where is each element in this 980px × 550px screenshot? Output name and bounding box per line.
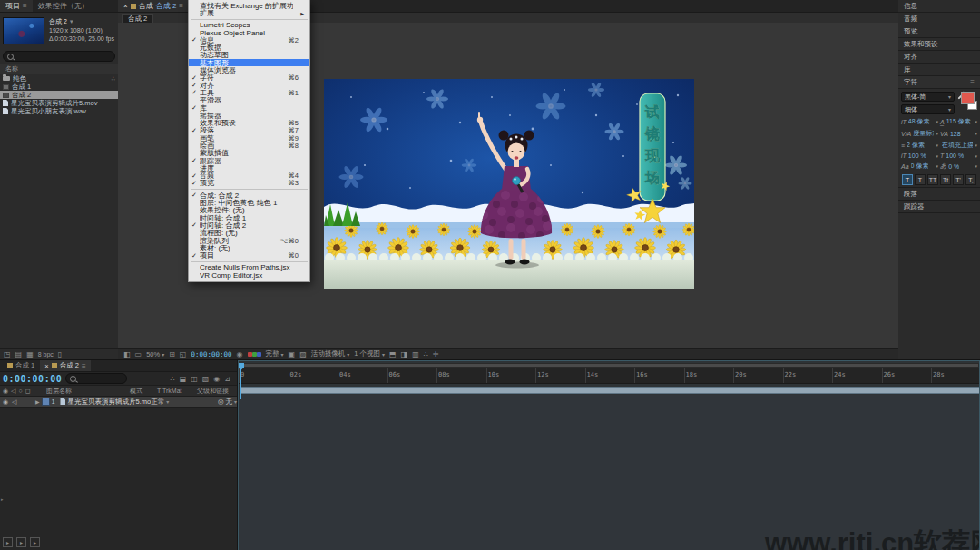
lock-icon[interactable]: ◻ <box>25 388 31 395</box>
solo-icon[interactable]: ○ <box>19 388 23 395</box>
pixel-aspect-icon[interactable]: ⬒ <box>389 350 397 358</box>
comp-thumbnail[interactable] <box>3 17 44 44</box>
tab-paragraph[interactable]: 段落 <box>898 188 980 201</box>
chevron-down-icon[interactable]: ▾ <box>975 153 977 159</box>
panel-tab[interactable]: 音频 <box>898 13 980 25</box>
character-control[interactable]: iT 48 像素 ▾ <box>901 117 938 126</box>
time-ruler[interactable]: 002s04s06s08s10s12s14s16s18s20s22s24s26s… <box>239 368 979 384</box>
camera-dropdown[interactable]: 活动摄像机▾ <box>311 349 350 358</box>
chevron-down-icon[interactable]: ▾ <box>975 119 977 124</box>
panel-tab[interactable]: 效果和预设 <box>898 38 980 51</box>
style-toggle-button[interactable]: T' <box>953 174 964 185</box>
frame-blending-icon[interactable]: ▧ <box>202 375 210 383</box>
timeline-empty-area[interactable]: www.rjtj.cn软荐网 <box>239 395 979 550</box>
panel-menu-icon[interactable]: ≡ <box>970 78 975 86</box>
layer-mode-select[interactable]: 正常▾ <box>151 398 181 407</box>
expand-inout-icon[interactable]: ▸ <box>30 537 40 547</box>
panel-menu-icon[interactable]: ≡ <box>23 2 27 10</box>
layer-duration-bar[interactable] <box>240 387 980 394</box>
menu-item[interactable]: 扩展 <box>189 9 309 16</box>
character-control[interactable]: VA 128 ▾ <box>940 129 977 138</box>
panel-tab[interactable]: 信息 <box>898 0 980 13</box>
snapshot-camera-icon[interactable]: ◉ <box>237 350 243 358</box>
font-family-select[interactable]: 黑体-简▾ <box>901 92 955 102</box>
mini-flowchart-icon[interactable]: ∴ <box>171 375 175 383</box>
tab-composition[interactable]: × 合成 合成 2 ≡ <box>118 0 189 12</box>
character-control[interactable]: Aa 0 像素 ▾ <box>901 162 938 171</box>
close-icon[interactable]: × <box>123 2 128 10</box>
pickwhip-icon[interactable]: ◎ <box>218 398 224 406</box>
expand-transfer-controls-icon[interactable]: ▸ <box>16 537 26 547</box>
comp-tab-name[interactable]: 合成 2 <box>156 1 177 11</box>
panel-tab[interactable]: 对齐 <box>898 51 980 64</box>
shy-layers-icon[interactable]: ◫ <box>191 375 198 383</box>
character-control[interactable]: 在填充上描边 ▾ <box>940 141 977 150</box>
column-parent[interactable]: 父级和链接 <box>197 387 237 396</box>
fill-color-swatch[interactable] <box>961 92 975 104</box>
new-folder-icon[interactable]: ▤ <box>15 350 23 358</box>
project-item[interactable]: 星光宝贝小朋友表演.wav <box>0 107 118 115</box>
bit-depth-label[interactable]: 8 bpc <box>38 351 54 358</box>
timeline-search-input[interactable] <box>79 376 122 382</box>
style-toggle-button[interactable]: TT <box>927 174 938 185</box>
channel-icons[interactable] <box>248 350 261 358</box>
chevron-down-icon[interactable]: ▾ <box>975 163 977 169</box>
resolution-dropdown[interactable]: 完整▾ <box>266 349 284 358</box>
panel-menu-icon[interactable]: ≡ <box>179 2 183 10</box>
character-control[interactable]: ≡ 2 像素 ▾ <box>901 141 938 150</box>
column-trkmat[interactable]: T TrkMat <box>157 388 197 394</box>
zoom-dropdown[interactable]: 50%▾ <box>146 350 164 358</box>
fast-previews-icon[interactable]: ◨ <box>401 350 408 358</box>
view-layout-dropdown[interactable]: 1 个视图▾ <box>354 349 385 358</box>
new-comp-icon[interactable]: ▦ <box>26 350 34 358</box>
panel-menu-icon[interactable]: ≡ <box>82 362 86 370</box>
chevron-down-icon[interactable]: ▾ <box>975 142 977 148</box>
project-search-input[interactable] <box>16 54 111 60</box>
style-toggle-button[interactable]: T, <box>965 174 976 185</box>
interpret-footage-icon[interactable]: ◳ <box>4 350 11 358</box>
layer-color-chip[interactable] <box>42 398 50 406</box>
flowchart-button-icon[interactable]: ∴ <box>424 350 428 358</box>
current-time-display[interactable]: 0:00:00:00 <box>3 374 62 384</box>
tab-effect-controls[interactable]: 效果控件（无） <box>33 0 94 12</box>
composition-canvas[interactable]: 试 镜 现 场 <box>324 79 694 289</box>
region-of-interest-icon[interactable]: ▣ <box>289 350 296 358</box>
project-columns-header[interactable]: 名称 <box>0 64 118 74</box>
audio-icon[interactable]: ◁ <box>12 398 16 406</box>
character-control[interactable]: あ 0 % ▾ <box>940 162 977 171</box>
eye-icon[interactable]: ◉ <box>3 398 8 406</box>
chevron-down-icon[interactable]: ▾ <box>936 142 938 148</box>
character-control[interactable]: T 100 % ▾ <box>940 152 977 159</box>
current-time-label[interactable]: 0:00:00:00 <box>191 350 231 358</box>
font-style-select[interactable]: 细体▾ <box>901 104 955 114</box>
chevron-down-icon[interactable]: ▾ <box>936 163 938 169</box>
menu-item[interactable]: 预览 ⌘3 <box>189 180 309 187</box>
always-preview-icon[interactable]: ◧ <box>123 350 131 358</box>
grid-guides-icon[interactable]: ⊞ <box>169 350 175 358</box>
exposure-icon[interactable]: ✛ <box>433 350 439 358</box>
magnification-icon[interactable]: ▭ <box>135 350 142 358</box>
chevron-down-icon[interactable]: ▾ <box>975 131 977 136</box>
panel-tab[interactable]: 预览 <box>898 25 980 38</box>
comp-name[interactable]: 合成 2 ▼ <box>49 17 114 26</box>
tab-project[interactable]: 项目 ≡ <box>0 0 33 12</box>
panel-tab[interactable]: 库 <box>898 64 980 76</box>
column-mode[interactable]: 模式 <box>130 387 157 396</box>
close-icon[interactable]: × <box>44 362 48 370</box>
timeline-search[interactable] <box>65 373 127 384</box>
menu-item[interactable]: VR Comp Editor.jsx <box>189 271 309 279</box>
mask-visibility-icon[interactable]: ◱ <box>180 350 187 358</box>
character-control[interactable]: iT 100 % ▾ <box>901 152 938 159</box>
style-toggle-button[interactable]: Tt <box>940 174 951 185</box>
timeline-track-area[interactable]: 002s04s06s08s10s12s14s16s18s20s22s24s26s… <box>238 360 980 550</box>
style-toggle-button[interactable]: T <box>902 174 913 185</box>
draft-3d-icon[interactable]: ⬓ <box>180 375 187 383</box>
timeline-tab-comp1[interactable]: 合成 1 <box>3 360 39 371</box>
chevron-down-icon[interactable]: ▾ <box>936 153 938 159</box>
chevron-down-icon[interactable]: ▾ <box>936 119 938 124</box>
twirl-arrow-icon[interactable]: ▶ <box>35 398 40 405</box>
trash-icon[interactable]: ▯ <box>58 350 62 358</box>
audio-icon[interactable]: ◁ <box>11 388 15 395</box>
column-layer-name[interactable]: 图层名称 <box>34 387 130 396</box>
layer-row[interactable]: ◉ ◁ ▶ 1 星光宝贝表演剪辑成片5.mov 正常▾ ◎无▾ <box>0 397 237 408</box>
